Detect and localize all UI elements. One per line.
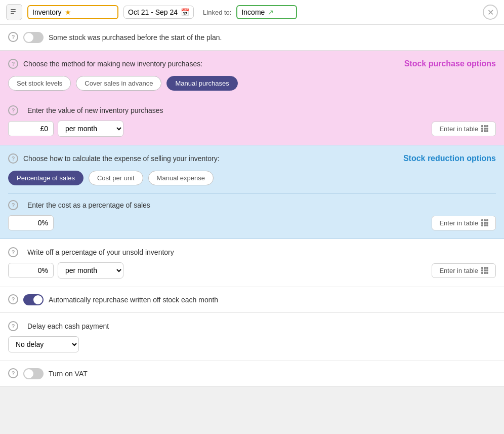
- purchase-value-help-icon[interactable]: ?: [8, 105, 18, 115]
- pre-plan-stock-section: ? Some stock was purchased before the st…: [0, 25, 504, 51]
- stock-purchase-section: ? Choose the method for making new inven…: [0, 51, 504, 145]
- star-icon: ★: [65, 8, 71, 16]
- purchase-per-select[interactable]: per month per year per week: [58, 121, 123, 137]
- purchase-value-section: ? Enter the value of new inventory purch…: [8, 99, 496, 137]
- income-label: Income: [241, 8, 265, 16]
- writeoff-enter-table-btn[interactable]: Enter in table: [432, 263, 496, 278]
- stock-purchase-header: ? Choose the method for making new inven…: [8, 59, 496, 69]
- close-icon: ✕: [487, 8, 494, 17]
- inventory-field[interactable]: Inventory ★: [27, 5, 118, 19]
- calendar-icon: 📅: [181, 8, 189, 16]
- grid-icon: [481, 125, 488, 132]
- percentage-cost-label: Enter the cost as a percentage of sales: [27, 201, 150, 209]
- delay-select[interactable]: No delay 1 month 2 months 3 months: [8, 336, 79, 352]
- stock-reduction-title: Stock reduction options: [403, 154, 496, 163]
- edit-icon[interactable]: [6, 4, 22, 20]
- delay-section: ? Delay each cash payment No delay 1 mon…: [0, 313, 504, 361]
- percentage-cost-label-row: ? Enter the cost as a percentage of sale…: [8, 200, 496, 210]
- purchase-value-input[interactable]: [8, 121, 54, 136]
- delay-label-row: ? Delay each cash payment: [8, 321, 496, 331]
- purchase-value-label: Enter the value of new inventory purchas…: [27, 106, 163, 114]
- vat-section: ? Turn on VAT: [0, 361, 504, 387]
- stock-purchase-options: Set stock levels Cover sales in advance …: [8, 76, 496, 91]
- stock-purchase-title: Stock purchase options: [404, 59, 496, 68]
- delay-help-icon[interactable]: ?: [8, 321, 18, 331]
- percentage-cost-input[interactable]: [8, 215, 54, 230]
- repurchase-toggle[interactable]: [23, 294, 44, 305]
- svg-rect-1: [11, 11, 16, 12]
- stock-reduction-help-icon[interactable]: ?: [8, 153, 18, 164]
- stock-reduction-options: Percentage of sales Cost per unit Manual…: [8, 171, 496, 185]
- grid-icon-writeoff: [481, 267, 488, 274]
- repurchase-help-icon[interactable]: ?: [8, 294, 18, 304]
- cost-per-unit-btn[interactable]: Cost per unit: [89, 171, 143, 185]
- writeoff-label-row: ? Write off a percentage of your unsold …: [8, 247, 496, 257]
- manual-expense-btn[interactable]: Manual expense: [148, 171, 214, 185]
- date-range-field[interactable]: Oct 21 - Sep 24 📅: [123, 6, 194, 19]
- stock-purchase-question: Choose the method for making new invento…: [23, 60, 202, 68]
- income-field[interactable]: Income ↗: [236, 5, 297, 19]
- vat-help-icon[interactable]: ?: [8, 368, 18, 378]
- percentage-enter-table-btn[interactable]: Enter in table: [432, 216, 496, 230]
- writeoff-input-row: per month per year per week Enter in tab…: [8, 262, 496, 279]
- pre-plan-label: Some stock was purchased before the star…: [49, 32, 222, 43]
- vat-label: Turn on VAT: [49, 368, 88, 379]
- grid-icon-blue: [481, 219, 488, 226]
- link-arrow-icon: ↗: [268, 8, 274, 16]
- writeoff-label: Write off a percentage of your unsold in…: [27, 248, 174, 256]
- stock-reduction-section: ? Choose how to calculate the expense of…: [0, 145, 504, 239]
- date-range-label: Oct 21 - Sep 24: [128, 8, 178, 16]
- writeoff-value-input[interactable]: [8, 263, 54, 278]
- writeoff-section: ? Write off a percentage of your unsold …: [0, 239, 504, 287]
- close-button[interactable]: ✕: [483, 5, 498, 20]
- writeoff-per-select[interactable]: per month per year per week: [58, 262, 123, 279]
- manual-purchases-btn[interactable]: Manual purchases: [166, 76, 237, 91]
- stock-reduction-question: Choose how to calculate the expense of s…: [23, 154, 220, 163]
- stock-purchase-help-icon[interactable]: ?: [8, 59, 18, 69]
- purchase-enter-table-btn[interactable]: Enter in table: [432, 122, 496, 136]
- svg-rect-2: [11, 13, 14, 14]
- header: Inventory ★ Oct 21 - Sep 24 📅 Linked to:…: [0, 0, 504, 25]
- linked-to-label: Linked to:: [203, 9, 231, 16]
- repurchase-section: ? Automatically repurchase written off s…: [0, 287, 504, 313]
- purchase-value-input-row: per month per year per week Enter in tab…: [8, 121, 496, 137]
- writeoff-help-icon[interactable]: ?: [8, 247, 18, 257]
- percentage-cost-section: ? Enter the cost as a percentage of sale…: [8, 193, 496, 230]
- repurchase-label: Automatically repurchase written off sto…: [49, 294, 218, 305]
- stock-reduction-header: ? Choose how to calculate the expense of…: [8, 153, 496, 164]
- purchase-value-label-row: ? Enter the value of new inventory purch…: [8, 105, 496, 115]
- percentage-of-sales-btn[interactable]: Percentage of sales: [8, 171, 83, 185]
- set-stock-levels-btn[interactable]: Set stock levels: [8, 76, 71, 91]
- cover-sales-btn[interactable]: Cover sales in advance: [76, 76, 161, 91]
- vat-toggle[interactable]: [23, 368, 44, 379]
- pre-plan-toggle[interactable]: [23, 32, 44, 43]
- percentage-cost-input-row: Enter in table: [8, 215, 496, 230]
- pre-plan-help-icon[interactable]: ?: [8, 32, 18, 42]
- inventory-label: Inventory: [32, 8, 62, 16]
- delay-label: Delay each cash payment: [27, 322, 109, 330]
- svg-rect-0: [11, 9, 16, 10]
- percentage-cost-help-icon[interactable]: ?: [8, 200, 18, 210]
